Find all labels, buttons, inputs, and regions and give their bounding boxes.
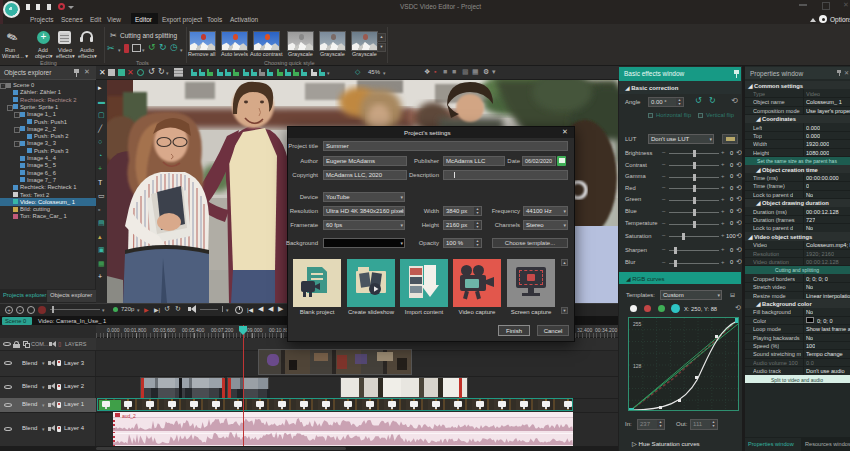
svg-text:255: 255 [633,321,642,327]
svg-text:128: 128 [633,363,642,369]
